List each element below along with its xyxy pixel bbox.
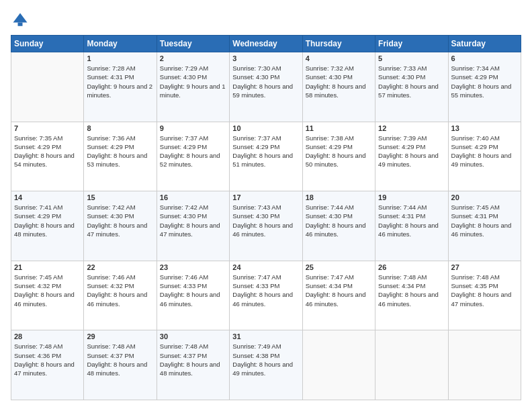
day-info: Sunrise: 7:37 AM Sunset: 4:29 PM Dayligh… — [232, 134, 299, 169]
day-info: Sunrise: 7:33 AM Sunset: 4:30 PM Dayligh… — [378, 64, 445, 99]
calendar-cell: 6Sunrise: 7:34 AM Sunset: 4:29 PM Daylig… — [448, 52, 521, 122]
day-info: Sunrise: 7:47 AM Sunset: 4:34 PM Dayligh… — [306, 273, 372, 308]
day-number: 17 — [232, 193, 299, 201]
day-info: Sunrise: 7:48 AM Sunset: 4:35 PM Dayligh… — [451, 273, 518, 308]
calendar-cell: 16Sunrise: 7:42 AM Sunset: 4:30 PM Dayli… — [157, 191, 229, 261]
calendar-cell: 21Sunrise: 7:45 AM Sunset: 4:32 PM Dayli… — [11, 261, 84, 330]
day-info: Sunrise: 7:40 AM Sunset: 4:29 PM Dayligh… — [451, 134, 518, 169]
calendar-cell — [302, 330, 375, 400]
day-number: 7 — [14, 124, 81, 132]
day-number: 28 — [14, 332, 81, 340]
page: SundayMondayTuesdayWednesdayThursdayFrid… — [0, 0, 532, 411]
day-info: Sunrise: 7:39 AM Sunset: 4:29 PM Dayligh… — [378, 134, 445, 169]
calendar-cell: 2Sunrise: 7:29 AM Sunset: 4:30 PM Daylig… — [157, 52, 229, 122]
day-info: Sunrise: 7:45 AM Sunset: 4:31 PM Dayligh… — [451, 203, 518, 238]
calendar-header-saturday: Saturday — [448, 36, 521, 52]
day-number: 29 — [87, 332, 153, 340]
calendar-header-tuesday: Tuesday — [157, 36, 229, 52]
day-number: 25 — [306, 263, 372, 271]
day-number: 2 — [160, 54, 226, 62]
day-info: Sunrise: 7:46 AM Sunset: 4:32 PM Dayligh… — [87, 273, 153, 308]
calendar-cell: 13Sunrise: 7:40 AM Sunset: 4:29 PM Dayli… — [448, 122, 521, 191]
day-info: Sunrise: 7:48 AM Sunset: 4:36 PM Dayligh… — [14, 342, 81, 377]
day-number: 8 — [87, 124, 153, 132]
day-info: Sunrise: 7:48 AM Sunset: 4:37 PM Dayligh… — [160, 342, 226, 377]
day-info: Sunrise: 7:34 AM Sunset: 4:29 PM Dayligh… — [451, 64, 518, 99]
day-number: 10 — [232, 124, 299, 132]
calendar-cell: 24Sunrise: 7:47 AM Sunset: 4:33 PM Dayli… — [230, 261, 302, 330]
day-number: 12 — [378, 124, 445, 132]
day-info: Sunrise: 7:42 AM Sunset: 4:30 PM Dayligh… — [160, 203, 226, 238]
calendar-header-wednesday: Wednesday — [230, 36, 302, 52]
day-info: Sunrise: 7:29 AM Sunset: 4:30 PM Dayligh… — [160, 64, 226, 99]
header — [11, 11, 521, 30]
day-info: Sunrise: 7:48 AM Sunset: 4:37 PM Dayligh… — [87, 342, 153, 377]
day-number: 27 — [451, 263, 518, 271]
calendar-cell: 27Sunrise: 7:48 AM Sunset: 4:35 PM Dayli… — [448, 261, 521, 330]
day-info: Sunrise: 7:41 AM Sunset: 4:29 PM Dayligh… — [14, 203, 81, 238]
day-info: Sunrise: 7:28 AM Sunset: 4:31 PM Dayligh… — [87, 64, 153, 99]
day-number: 19 — [378, 193, 445, 201]
calendar-week-2: 7Sunrise: 7:35 AM Sunset: 4:29 PM Daylig… — [11, 122, 521, 191]
calendar-header-row: SundayMondayTuesdayWednesdayThursdayFrid… — [11, 36, 521, 52]
day-info: Sunrise: 7:47 AM Sunset: 4:33 PM Dayligh… — [232, 273, 299, 308]
day-info: Sunrise: 7:49 AM Sunset: 4:38 PM Dayligh… — [232, 342, 299, 377]
day-number: 20 — [451, 193, 518, 201]
day-number: 16 — [160, 193, 226, 201]
calendar-cell: 5Sunrise: 7:33 AM Sunset: 4:30 PM Daylig… — [375, 52, 448, 122]
calendar-cell: 25Sunrise: 7:47 AM Sunset: 4:34 PM Dayli… — [302, 261, 375, 330]
day-number: 1 — [87, 54, 153, 62]
svg-marker-0 — [13, 13, 28, 23]
day-info: Sunrise: 7:36 AM Sunset: 4:29 PM Dayligh… — [87, 134, 153, 169]
calendar-cell: 8Sunrise: 7:36 AM Sunset: 4:29 PM Daylig… — [84, 122, 157, 191]
day-number: 23 — [160, 263, 226, 271]
day-number: 4 — [306, 54, 372, 62]
calendar-cell: 23Sunrise: 7:46 AM Sunset: 4:33 PM Dayli… — [157, 261, 229, 330]
calendar-cell: 1Sunrise: 7:28 AM Sunset: 4:31 PM Daylig… — [84, 52, 157, 122]
calendar-cell — [375, 330, 448, 400]
day-info: Sunrise: 7:30 AM Sunset: 4:30 PM Dayligh… — [232, 64, 299, 99]
calendar-cell: 12Sunrise: 7:39 AM Sunset: 4:29 PM Dayli… — [375, 122, 448, 191]
day-number: 31 — [232, 332, 299, 340]
day-number: 30 — [160, 332, 226, 340]
calendar-week-3: 14Sunrise: 7:41 AM Sunset: 4:29 PM Dayli… — [11, 191, 521, 261]
calendar-cell: 4Sunrise: 7:32 AM Sunset: 4:30 PM Daylig… — [302, 52, 375, 122]
day-info: Sunrise: 7:37 AM Sunset: 4:29 PM Dayligh… — [160, 134, 226, 169]
day-number: 11 — [306, 124, 372, 132]
calendar-cell: 19Sunrise: 7:44 AM Sunset: 4:31 PM Dayli… — [375, 191, 448, 261]
day-info: Sunrise: 7:32 AM Sunset: 4:30 PM Dayligh… — [306, 64, 372, 99]
calendar-cell: 31Sunrise: 7:49 AM Sunset: 4:38 PM Dayli… — [230, 330, 302, 400]
calendar-cell: 11Sunrise: 7:38 AM Sunset: 4:29 PM Dayli… — [302, 122, 375, 191]
calendar-cell: 15Sunrise: 7:42 AM Sunset: 4:30 PM Dayli… — [84, 191, 157, 261]
calendar-header-friday: Friday — [375, 36, 448, 52]
calendar-week-5: 28Sunrise: 7:48 AM Sunset: 4:36 PM Dayli… — [11, 330, 521, 400]
calendar-cell: 26Sunrise: 7:48 AM Sunset: 4:34 PM Dayli… — [375, 261, 448, 330]
calendar-week-4: 21Sunrise: 7:45 AM Sunset: 4:32 PM Dayli… — [11, 261, 521, 330]
logo — [11, 11, 32, 30]
calendar-cell: 20Sunrise: 7:45 AM Sunset: 4:31 PM Dayli… — [448, 191, 521, 261]
calendar-cell: 3Sunrise: 7:30 AM Sunset: 4:30 PM Daylig… — [230, 52, 302, 122]
day-info: Sunrise: 7:45 AM Sunset: 4:32 PM Dayligh… — [14, 273, 81, 308]
day-info: Sunrise: 7:44 AM Sunset: 4:31 PM Dayligh… — [378, 203, 445, 238]
day-number: 24 — [232, 263, 299, 271]
calendar-cell: 18Sunrise: 7:44 AM Sunset: 4:30 PM Dayli… — [302, 191, 375, 261]
calendar-cell: 7Sunrise: 7:35 AM Sunset: 4:29 PM Daylig… — [11, 122, 84, 191]
calendar-week-1: 1Sunrise: 7:28 AM Sunset: 4:31 PM Daylig… — [11, 52, 521, 122]
day-number: 3 — [232, 54, 299, 62]
day-number: 18 — [306, 193, 372, 201]
calendar-header-sunday: Sunday — [11, 36, 84, 52]
day-info: Sunrise: 7:44 AM Sunset: 4:30 PM Dayligh… — [306, 203, 372, 238]
day-number: 5 — [378, 54, 445, 62]
calendar-table: SundayMondayTuesdayWednesdayThursdayFrid… — [11, 35, 521, 400]
day-info: Sunrise: 7:48 AM Sunset: 4:34 PM Dayligh… — [378, 273, 445, 308]
day-info: Sunrise: 7:46 AM Sunset: 4:33 PM Dayligh… — [160, 273, 226, 308]
day-info: Sunrise: 7:43 AM Sunset: 4:30 PM Dayligh… — [232, 203, 299, 238]
calendar-cell: 30Sunrise: 7:48 AM Sunset: 4:37 PM Dayli… — [157, 330, 229, 400]
day-number: 6 — [451, 54, 518, 62]
calendar-cell: 9Sunrise: 7:37 AM Sunset: 4:29 PM Daylig… — [157, 122, 229, 191]
day-number: 14 — [14, 193, 81, 201]
calendar-header-thursday: Thursday — [302, 36, 375, 52]
day-number: 26 — [378, 263, 445, 271]
logo-icon — [11, 11, 30, 30]
calendar-cell: 14Sunrise: 7:41 AM Sunset: 4:29 PM Dayli… — [11, 191, 84, 261]
